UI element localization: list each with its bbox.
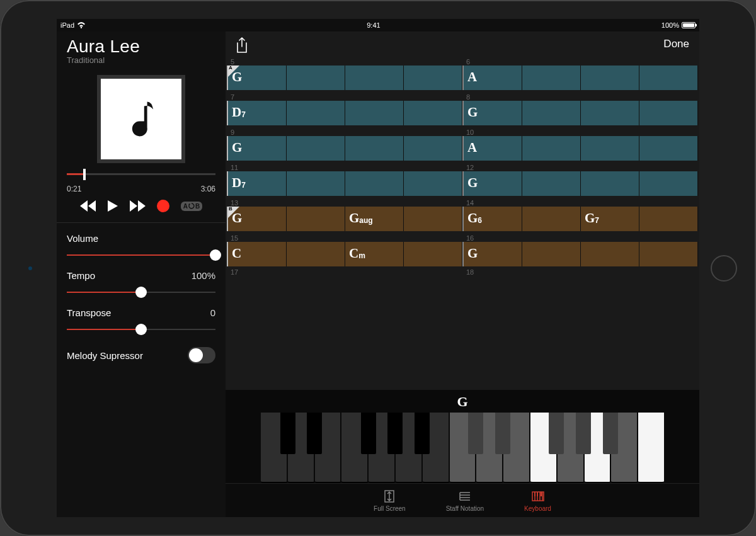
- melody-suppressor-toggle[interactable]: [188, 347, 215, 363]
- share-button[interactable]: [236, 37, 248, 51]
- tab-staff-notation[interactable]: Staff Notation: [446, 489, 484, 512]
- volume-control: Volume: [67, 233, 215, 261]
- album-art: [97, 75, 185, 163]
- volume-label: Volume: [67, 233, 98, 244]
- tab-staff-notation-label: Staff Notation: [446, 505, 484, 512]
- view-tabs: Full Screen Staff Notation Keyboard: [226, 483, 699, 517]
- camera-dot: [28, 266, 32, 270]
- ipad-frame: iPad 9:41 100% Aura Lee Traditional: [0, 0, 756, 536]
- chord-row[interactable]: D7G: [227, 171, 698, 196]
- chord-row[interactable]: D7G: [227, 101, 698, 125]
- chord-row[interactable]: AGA: [227, 66, 698, 90]
- sidebar: Aura Lee Traditional 0:21 3:06: [57, 31, 226, 517]
- main-panel: Done 56AGA78D7G910GA1112D7G1314BGGaugG6G…: [226, 31, 699, 517]
- black-key[interactable]: [468, 413, 483, 454]
- current-chord-label: G: [226, 394, 699, 410]
- chord-grid[interactable]: 56AGA78D7G910GA1112D7G1314BGGaugG6G71516…: [226, 57, 699, 390]
- black-key[interactable]: [415, 413, 430, 454]
- staff-notation-icon: [457, 489, 472, 504]
- volume-slider[interactable]: [67, 249, 215, 261]
- tab-keyboard[interactable]: Keyboard: [524, 489, 551, 512]
- black-key[interactable]: [576, 413, 591, 454]
- full-screen-icon: [382, 489, 397, 504]
- divider: [57, 222, 226, 223]
- done-button[interactable]: Done: [663, 38, 689, 50]
- keyboard-panel: G: [226, 390, 699, 483]
- transport-controls: AB: [67, 200, 215, 212]
- status-bar: iPad 9:41 100%: [57, 19, 699, 31]
- tab-full-screen[interactable]: Full Screen: [374, 489, 406, 512]
- app: Aura Lee Traditional 0:21 3:06: [57, 31, 699, 517]
- chord-row[interactable]: BGGaugG6G7: [227, 207, 698, 231]
- black-key[interactable]: [387, 413, 403, 454]
- ab-loop-button[interactable]: AB: [181, 202, 202, 211]
- screen: iPad 9:41 100% Aura Lee Traditional: [57, 19, 699, 517]
- record-button[interactable]: [157, 200, 169, 212]
- song-title: Aura Lee: [67, 37, 215, 57]
- black-key[interactable]: [280, 413, 295, 454]
- home-button[interactable]: [711, 255, 737, 282]
- black-key[interactable]: [549, 413, 564, 454]
- black-key[interactable]: [603, 413, 618, 454]
- tab-keyboard-label: Keyboard: [524, 505, 551, 512]
- wifi-icon: [77, 22, 86, 28]
- tab-full-screen-label: Full Screen: [374, 505, 406, 512]
- transpose-value: 0: [210, 307, 215, 318]
- music-note-icon: [125, 100, 157, 138]
- main-header: Done: [226, 31, 699, 57]
- tempo-value: 100%: [192, 270, 215, 281]
- clock: 9:41: [367, 21, 380, 29]
- transpose-slider[interactable]: [67, 323, 215, 336]
- tempo-control: Tempo100%: [67, 270, 215, 299]
- playback-slider[interactable]: [67, 169, 215, 183]
- black-key[interactable]: [307, 413, 322, 454]
- white-key[interactable]: [638, 413, 664, 483]
- device-label: iPad: [60, 21, 74, 29]
- battery-percent: 100%: [662, 21, 679, 29]
- battery-icon: [682, 22, 696, 28]
- time-total: 3:06: [201, 185, 215, 193]
- transpose-label: Transpose: [67, 307, 111, 318]
- black-key[interactable]: [495, 413, 510, 454]
- tempo-label: Tempo: [67, 270, 95, 281]
- chord-row[interactable]: CCmG: [227, 242, 698, 266]
- song-subtitle: Traditional: [67, 55, 215, 65]
- transpose-control: Transpose0: [67, 307, 215, 336]
- chord-row[interactable]: GA: [227, 136, 698, 161]
- keyboard-icon: [530, 489, 546, 504]
- black-key[interactable]: [361, 413, 376, 454]
- time-elapsed: 0:21: [67, 185, 81, 193]
- melody-suppressor-label: Melody Supressor: [67, 350, 143, 361]
- melody-suppressor-row: Melody Supressor: [67, 347, 215, 363]
- play-button[interactable]: [108, 200, 118, 212]
- fast-forward-button[interactable]: [129, 200, 146, 212]
- rewind-button[interactable]: [80, 200, 96, 212]
- piano-keyboard[interactable]: [261, 413, 664, 483]
- tempo-slider[interactable]: [67, 286, 215, 299]
